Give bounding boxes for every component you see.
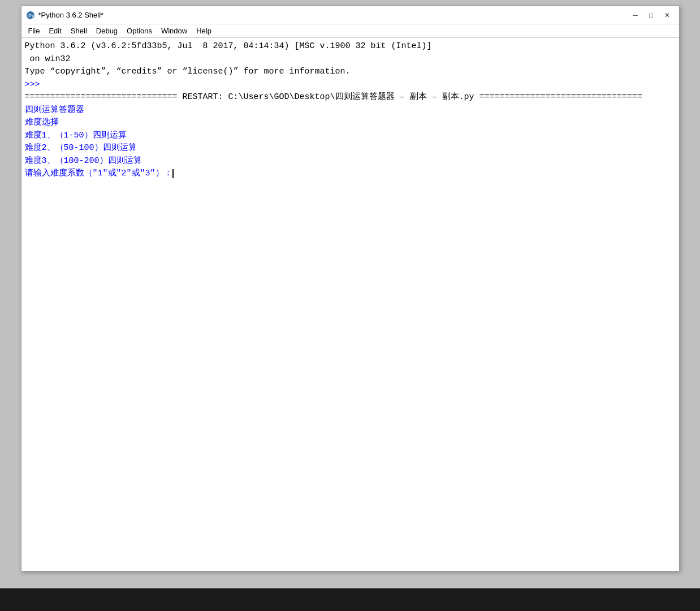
console-line-2: on win32 — [25, 53, 676, 66]
console-line-1: Python 3.6.2 (v3.6.2:5fd33b5, Jul 8 2017… — [25, 40, 676, 53]
cursor — [172, 169, 174, 178]
console-line-3: Type “copyright”, “credits” or “license(… — [25, 66, 676, 79]
menu-file[interactable]: File — [24, 25, 45, 36]
console-area[interactable]: Python 3.6.2 (v3.6.2:5fd33b5, Jul 8 2017… — [21, 38, 679, 571]
console-line-app-title: 四则运算答题器 — [25, 104, 676, 117]
minimize-button[interactable]: ─ — [628, 10, 643, 21]
menu-debug[interactable]: Debug — [92, 25, 122, 36]
console-restart-line: ============================== RESTART: … — [25, 91, 676, 104]
svg-text:Py: Py — [28, 13, 34, 19]
maximize-button[interactable]: □ — [644, 10, 659, 21]
console-line-difficulty-2: 难度2、（50-100）四则运算 — [25, 142, 676, 155]
title-bar-left: Py *Python 3.6.2 Shell* — [26, 11, 104, 20]
menu-edit[interactable]: Edit — [44, 25, 66, 36]
console-line-difficulty-3: 难度3、（100-200）四则运算 — [25, 155, 676, 168]
python-shell-window: Py *Python 3.6.2 Shell* ─ □ ✕ File Edit … — [21, 6, 680, 571]
python-icon: Py — [26, 11, 35, 20]
taskbar — [0, 588, 700, 611]
title-bar: Py *Python 3.6.2 Shell* ─ □ ✕ — [21, 6, 679, 24]
menu-options[interactable]: Options — [122, 25, 157, 36]
menu-shell[interactable]: Shell — [66, 25, 92, 36]
console-line-difficulty-1: 难度1、（1-50）四则运算 — [25, 130, 676, 143]
menu-window[interactable]: Window — [157, 25, 192, 36]
menu-bar: File Edit Shell Debug Options Window Hel… — [21, 24, 679, 38]
console-line-input-prompt: 请输入难度系数（"1"或"2"或"3"）： — [25, 167, 676, 180]
title-bar-controls: ─ □ ✕ — [628, 10, 675, 21]
console-line-difficulty-select: 难度选择 — [25, 117, 676, 130]
menu-help[interactable]: Help — [192, 25, 216, 36]
close-button[interactable]: ✕ — [660, 10, 675, 21]
window-title: *Python 3.6.2 Shell* — [38, 11, 104, 19]
console-prompt-1: >>> — [25, 79, 676, 92]
